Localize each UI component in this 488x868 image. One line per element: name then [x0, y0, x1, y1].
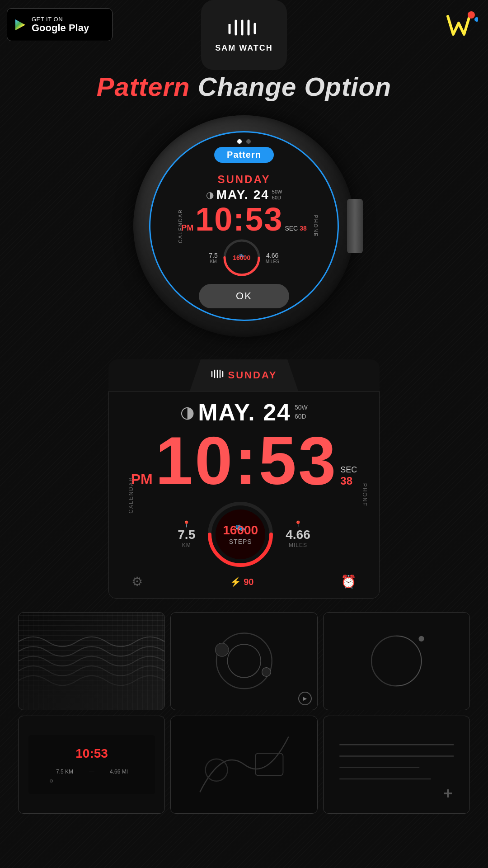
logo-text: SAM WATCH — [215, 43, 273, 53]
thumbnail-4[interactable]: 10:53 7.5 KM — 4.66 MI ⚙ — [18, 716, 165, 814]
watch-circle-display: Pattern SUNDAY ◑ MAY. 24 50W 60D PM 10:5… — [0, 115, 488, 337]
svg-point-12 — [215, 643, 228, 656]
watch-date-small: MAY. 24 — [216, 188, 269, 202]
svg-text:—: — — [89, 769, 94, 775]
svg-point-1 — [468, 11, 475, 19]
date-sub2-small: 60D — [272, 195, 282, 201]
watch-large-stats-row: 📍 7.5 KM 👟 16000 STEPS 📍 4.66 — [118, 498, 370, 571]
svg-text:10:53: 10:53 — [75, 746, 108, 760]
thumbnail-1[interactable] — [18, 612, 165, 710]
calendar-label-large: CALENDAR — [128, 476, 134, 513]
thumbnail-6[interactable]: + — [323, 716, 470, 814]
watch-ampm-small: PM — [181, 223, 193, 233]
svg-point-2 — [474, 17, 478, 22]
logo-wave-icon — [226, 17, 262, 41]
svg-point-15 — [418, 636, 424, 642]
watch-large-header: SUNDAY — [190, 359, 298, 391]
miles-val-small: 4.66 — [266, 252, 278, 259]
miles-label-large: MILES — [289, 542, 307, 548]
watch-date-row-small: ◑ MAY. 24 50W 60D — [206, 188, 282, 202]
watch-large-display: SUNDAY CALENDAR PHONE ◑ MAY. 24 50W 60D … — [108, 359, 380, 599]
svg-text:7.5 KM: 7.5 KM — [56, 769, 73, 775]
thumbnail-grid: ▶ 10:53 7.5 KM — 4.66 MI ⚙ — [18, 612, 470, 814]
settings-icon-large: ⚙ — [131, 574, 143, 589]
play-store-icon — [13, 18, 27, 32]
watch-logo-icon-large — [211, 369, 224, 381]
w-logo — [443, 8, 479, 44]
miles-val-large: 4.66 — [286, 528, 310, 542]
logo-box: SAM WATCH — [201, 0, 287, 70]
moon-icon-large: ◑ — [180, 403, 194, 422]
thumbnail-2[interactable]: ▶ — [170, 612, 317, 710]
calendar-label-small: CALENDAR — [178, 209, 183, 243]
svg-rect-16 — [28, 735, 155, 794]
svg-text:4.66 MI: 4.66 MI — [110, 769, 128, 775]
play-get-it-text: GET IT ON — [32, 16, 89, 23]
watch-day-small: SUNDAY — [217, 173, 270, 186]
watch-bezel: Pattern SUNDAY ◑ MAY. 24 50W 60D PM 10:5… — [133, 115, 355, 337]
date-sub1-large: 50W — [295, 403, 308, 412]
km-stat-small: 7.5 KM — [209, 252, 217, 264]
watch-sec-small: SEC 38 — [285, 225, 306, 232]
watch-large-time-row: PM 10:53 SEC 38 — [118, 427, 370, 495]
steps-val-small: 16000 — [233, 254, 250, 261]
svg-text:⚙: ⚙ — [49, 778, 53, 783]
battery-large: ⚡ 90 — [230, 576, 254, 587]
svg-marker-0 — [15, 19, 25, 30]
km-label-small: KM — [210, 259, 216, 264]
date-sub2-large: 60D — [295, 412, 308, 421]
alarm-icon-large: ⏰ — [341, 574, 357, 589]
km-val-small: 7.5 — [209, 252, 217, 259]
phone-label-large: PHONE — [362, 483, 368, 507]
watch-large-time: 10:53 — [155, 427, 338, 495]
km-val-large: 7.5 — [178, 528, 195, 542]
play-store-name-text: Google Play — [32, 23, 89, 33]
ok-button[interactable]: OK — [199, 284, 289, 308]
steps-label-large: STEPS — [229, 538, 252, 545]
svg-point-22 — [205, 759, 227, 781]
app-logo: SAM WATCH — [201, 0, 287, 70]
steps-val-large: 16000 — [223, 523, 258, 538]
steps-gauge-large: 👟 16000 STEPS — [204, 498, 277, 571]
watch-time-row-small: PM 10:53 SEC 38 — [181, 203, 306, 236]
watch-large-date: MAY. 24 — [198, 399, 291, 426]
google-play-badge[interactable]: GET IT ON Google Play — [7, 8, 113, 41]
dot-2 — [246, 139, 251, 144]
watch-large-date-row: ◑ MAY. 24 50W 60D — [118, 399, 370, 426]
watch-steps-row-small: 7.5 KM 👟 16000 4.66 MILES — [150, 237, 338, 278]
watch-face-small: Pattern SUNDAY ◑ MAY. 24 50W 60D PM 10:5… — [149, 131, 339, 321]
page-heading: Pattern Change Option — [0, 71, 488, 102]
watch-time-small: 10:53 — [195, 203, 283, 236]
watch-large-ampm: PM — [131, 471, 153, 488]
miles-label-small: MILES — [266, 259, 279, 264]
steps-center-large: 16000 STEPS — [223, 523, 258, 546]
date-sub1-small: 50W — [272, 189, 282, 195]
top-bar: GET IT ON Google Play SAM WATCH — [0, 0, 488, 44]
thumbnail-3[interactable] — [323, 612, 470, 710]
watch-date-subs-small: 50W 60D — [272, 189, 282, 201]
svg-point-13 — [262, 668, 271, 677]
steps-center-small: 16000 — [233, 254, 250, 261]
heading-pattern: Pattern — [97, 72, 190, 101]
miles-stat-small: 4.66 MILES — [266, 252, 279, 264]
miles-stat-large: 📍 4.66 MILES — [286, 520, 310, 548]
km-stat-large: 📍 7.5 KM — [178, 520, 195, 548]
km-label-large: KM — [182, 542, 191, 548]
pattern-button[interactable]: Pattern — [214, 147, 274, 163]
play-icon-thumb2: ▶ — [298, 692, 312, 705]
svg-point-11 — [227, 645, 261, 678]
watch-large-sec: SEC 38 — [340, 465, 357, 487]
steps-gauge-small: 👟 16000 — [221, 237, 262, 278]
play-text: GET IT ON Google Play — [32, 16, 89, 33]
dot-indicators — [237, 139, 251, 144]
svg-point-10 — [216, 633, 272, 689]
phone-label-small: PHONE — [313, 215, 318, 237]
svg-text:+: + — [443, 784, 453, 802]
thumbnail-5[interactable] — [170, 716, 317, 814]
watch-large-bottom-icons: ⚙ ⚡ 90 ⏰ — [118, 574, 370, 589]
watch-large-day: SUNDAY — [228, 369, 277, 381]
dot-1 — [237, 139, 242, 144]
watch-large-date-subs: 50W 60D — [295, 403, 308, 421]
moon-icon-small: ◑ — [206, 189, 214, 200]
heading-rest: Change Option — [190, 72, 392, 101]
